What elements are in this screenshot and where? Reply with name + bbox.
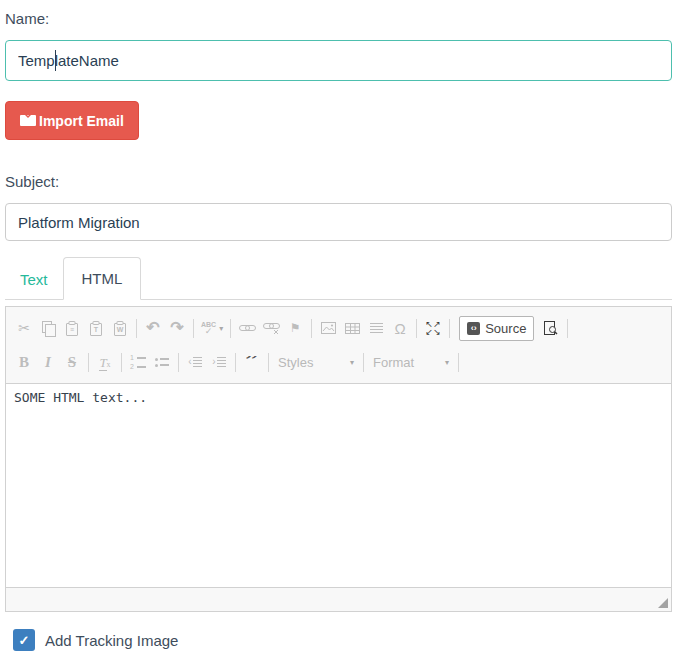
preview-icon [544, 321, 558, 336]
checkmark-icon: ✓ [19, 633, 30, 648]
horizontal-line-icon [370, 323, 383, 334]
link-icon [239, 323, 256, 333]
image-icon [321, 322, 336, 334]
toolbar-separator [88, 353, 89, 372]
format-dropdown[interactable]: Format ▾ [368, 349, 454, 375]
tracking-label: Add Tracking Image [45, 632, 178, 649]
bold-icon: B [19, 355, 29, 370]
maximize-button[interactable]: ↖ ↗ ↙ ↘ [421, 315, 445, 341]
tracking-checkbox[interactable]: ✓ [13, 629, 35, 651]
toolbar-separator [121, 353, 122, 372]
table-icon [345, 323, 360, 334]
undo-icon: ↶ [146, 320, 159, 336]
source-button[interactable]: ‹› Source [459, 316, 534, 341]
editor-toolbar: ✂ ≡ T W ↶ ↷ ABC ✓ ▾ [6, 307, 671, 384]
special-character-button[interactable]: Ω [388, 315, 412, 341]
toolbar-separator [235, 353, 236, 372]
format-dropdown-label: Format [373, 355, 414, 370]
cut-button[interactable]: ✂ [12, 315, 36, 341]
remove-format-button[interactable]: Tx [93, 349, 117, 375]
import-email-button[interactable]: Import Email [5, 101, 139, 140]
chevron-down-icon: ▾ [445, 358, 449, 367]
paste-from-word-icon: W [114, 323, 126, 336]
chevron-down-icon: ▾ [219, 324, 223, 333]
styles-dropdown-label: Styles [278, 355, 313, 370]
paste-from-word-button[interactable]: W [108, 315, 132, 341]
subject-input[interactable] [5, 203, 672, 241]
numbered-list-button[interactable]: 1 2 [126, 349, 150, 375]
blockquote-button[interactable]: ” [240, 349, 264, 375]
unlink-icon [263, 322, 280, 334]
import-email-label: Import Email [39, 113, 124, 129]
bold-button[interactable]: B [12, 349, 36, 375]
toolbar-row-2: B I S Tx 1 2 [12, 345, 665, 379]
maximize-icon: ↖ ↗ ↙ ↘ [425, 320, 441, 336]
redo-button[interactable]: ↷ [165, 315, 189, 341]
toolbar-separator [268, 353, 269, 372]
toolbar-separator [449, 319, 450, 338]
increase-indent-icon: › [212, 357, 225, 368]
editor-status-bar [6, 587, 671, 611]
source-code-textarea[interactable]: SOME HTML text... [6, 384, 671, 587]
anchor-button[interactable]: ⚑ [283, 315, 307, 341]
envelope-icon [20, 115, 36, 126]
toolbar-separator [136, 319, 137, 338]
bulleted-list-icon [155, 358, 169, 367]
undo-button[interactable]: ↶ [141, 315, 165, 341]
editor-tabs: Text HTML [5, 257, 672, 300]
resize-grip[interactable] [658, 598, 668, 608]
strikethrough-button[interactable]: S [60, 349, 84, 375]
preview-button[interactable] [539, 315, 563, 341]
toolbar-separator [230, 319, 231, 338]
toolbar-separator [458, 353, 459, 372]
numbered-list-icon: 1 2 [130, 355, 146, 370]
copy-icon [42, 321, 52, 333]
toolbar-separator [178, 353, 179, 372]
name-input[interactable] [5, 40, 672, 81]
name-field-wrap [5, 40, 672, 81]
template-form: Name: Import Email Subject: Text HTML ✂ … [0, 0, 682, 651]
rich-text-editor: ✂ ≡ T W ↶ ↷ ABC ✓ ▾ [5, 306, 672, 612]
unlink-button[interactable] [259, 315, 283, 341]
blockquote-icon: ” [246, 356, 259, 369]
copy-button[interactable] [36, 315, 60, 341]
remove-format-icon: Tx [99, 356, 110, 369]
toolbar-separator [416, 319, 417, 338]
spell-check-icon: ABC ✓ [201, 321, 216, 336]
spell-check-button[interactable]: ABC ✓ ▾ [198, 315, 226, 341]
omega-icon: Ω [395, 321, 406, 336]
chevron-down-icon: ▾ [350, 358, 354, 367]
flag-icon: ⚑ [290, 322, 301, 334]
tracking-row: ✓ Add Tracking Image [13, 629, 672, 651]
decrease-indent-button[interactable]: ‹ [183, 349, 207, 375]
tab-text[interactable]: Text [5, 260, 63, 299]
bulleted-list-button[interactable] [150, 349, 174, 375]
toolbar-separator [311, 319, 312, 338]
subject-label: Subject: [5, 171, 672, 192]
name-label: Name: [5, 8, 672, 29]
strikethrough-icon: S [68, 355, 76, 370]
cut-icon: ✂ [18, 321, 30, 335]
paste-button[interactable]: ≡ [60, 315, 84, 341]
link-button[interactable] [235, 315, 259, 341]
toolbar-separator [193, 319, 194, 338]
paste-plain-text-button[interactable]: T [84, 315, 108, 341]
toolbar-separator [567, 319, 568, 338]
text-cursor [55, 50, 56, 71]
source-button-label: Source [485, 321, 526, 336]
italic-icon: I [45, 355, 51, 370]
table-button[interactable] [340, 315, 364, 341]
source-code-icon: ‹› [467, 322, 480, 335]
toolbar-separator [363, 353, 364, 372]
tab-html[interactable]: HTML [63, 257, 142, 300]
image-button[interactable] [316, 315, 340, 341]
redo-icon: ↷ [170, 320, 183, 336]
horizontal-line-button[interactable] [364, 315, 388, 341]
toolbar-row-1: ✂ ≡ T W ↶ ↷ ABC ✓ ▾ [12, 311, 665, 345]
decrease-indent-icon: ‹ [188, 357, 201, 368]
styles-dropdown[interactable]: Styles ▾ [273, 349, 359, 375]
increase-indent-button[interactable]: › [207, 349, 231, 375]
paste-icon: ≡ [66, 323, 78, 336]
italic-button[interactable]: I [36, 349, 60, 375]
paste-plain-text-icon: T [90, 323, 102, 336]
